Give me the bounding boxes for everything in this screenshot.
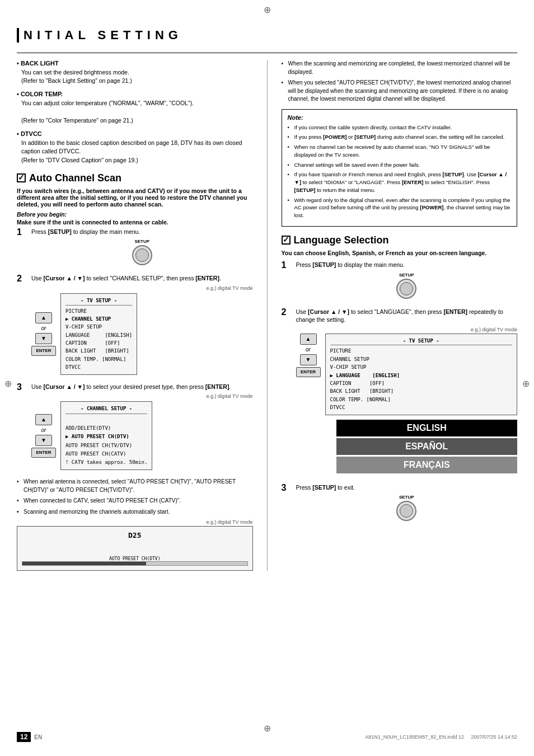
menu-item: DTVCC [65, 363, 132, 371]
menu-item: COLOR TEMP. [NORMAL] [330, 396, 513, 403]
dtvcc-section: DTVCC In addition to the basic closed ca… [17, 130, 253, 165]
divider-line [17, 53, 517, 53]
menu-item: DTVCC [330, 403, 513, 411]
bullet-3: Scanning and memorizing the channels aut… [17, 508, 253, 516]
menu-title-2: - TV SETUP - [65, 297, 132, 305]
channel-menu-title: - CHANNEL SETUP - [65, 405, 147, 414]
lang-step-2-eg-label: e.g.) digital TV mode [296, 327, 518, 332]
setup-label: SETUP [31, 239, 253, 244]
menu-item: COLOR TEMP. [NORMAL] [65, 355, 132, 363]
note-4: Channel settings will be saved even if t… [288, 161, 512, 169]
reg-mark-left: ⊕ [4, 378, 12, 389]
step-2-text: Use [Cursor ▲ / ▼] to select "CHANNEL SE… [31, 274, 253, 283]
dtv-spacer [22, 544, 248, 555]
menu-item: PICTURE [65, 307, 132, 315]
lang-step-2-content: Use [Cursor ▲ / ▼] to select "LANGUAGE",… [296, 308, 518, 478]
before-you-begin-text: Make sure if the unit is connected to an… [17, 219, 253, 226]
progress-bar [22, 561, 248, 566]
right-bullet-1: When the scanning and memorizing are com… [282, 60, 518, 76]
step-3-number: 3 [17, 383, 28, 392]
footer-left: 12 EN [17, 732, 42, 742]
lang-step-1-number: 1 [282, 261, 293, 270]
step-1: 1 Press [SETUP] to display the main menu… [17, 228, 253, 269]
step-3-eg-label: e.g.) digital TV mode [31, 393, 253, 399]
checkbox-icon [17, 173, 26, 182]
lang-step-1: 1 Press [SETUP] to display the main menu… [282, 261, 518, 302]
dtv-eg-label: e.g.) digital TV mode [17, 519, 253, 525]
lang-menu-and-buttons: - TV SETUP - PICTURE CHANNEL SETUP V-CHI… [325, 334, 518, 478]
remote-buttons-2: ▲ or ▼ ENTER [31, 312, 56, 356]
language-buttons: ENGLISH ESPAÑOL FRANÇAIS [336, 420, 518, 473]
lang-step-2: 2 Use [Cursor ▲ / ▼] to select "LANGUAGE… [282, 308, 518, 478]
menu-item: V-CHIP SETUP [65, 323, 132, 331]
back-light-section: BACK LIGHT You can set the desired brigh… [17, 60, 253, 85]
lang-step-1-setup: SETUP [296, 273, 518, 299]
back-light-text: You can set the desired brightness mode.… [21, 68, 253, 85]
english-button: ENGLISH [336, 420, 518, 436]
up-button-lang: ▲ [300, 334, 317, 345]
note-box: Note: If you connect the cable system di… [282, 109, 518, 227]
step-1-content: Press [SETUP] to display the main menu. … [31, 228, 253, 269]
setup-circle [132, 245, 152, 265]
lang-step-2-text: Use [Cursor ▲ / ▼] to select "LANGUAGE",… [296, 308, 518, 324]
dtv-screen: D25 AUTO PRESET CH(DTV) [17, 526, 253, 571]
lang-setup-inner [400, 282, 413, 295]
menu-item: CAPTION [OFF] [65, 339, 132, 347]
progress-fill [22, 562, 146, 565]
dtv-progress-label: AUTO PRESET CH(DTV) [22, 556, 248, 561]
lang-step-2-diagram: ▲ or ▼ ENTER - TV SETUP - PICTURE CHANNE… [296, 334, 518, 478]
lang-menu-selected: ▶ LANGUAGE [ENGLISH] [330, 372, 513, 379]
bullet-1: When aerial antenna is connected, select… [17, 478, 253, 494]
color-temp-heading: COLOR TEMP. [17, 91, 253, 97]
bullet-2: When connected to CATV, select "AUTO PRE… [17, 497, 253, 505]
scan-bullet-points: When aerial antenna is connected, select… [17, 478, 253, 516]
filename-text: A81N1_N0UH_LC195EM87_82_EN.indd 12 [365, 734, 464, 740]
menu-item: BACK LIGHT [BRIGHT] [330, 387, 513, 395]
lang-step-3: 3 Press [SETUP] to exit. SETUP [282, 483, 518, 525]
lang-step-3-text: Press [SETUP] to exit. [296, 483, 518, 492]
menu-item: ! CATV takes approx. 50min. [65, 458, 147, 467]
reg-mark-right: ⊕ [522, 378, 530, 389]
datetime-text: 2007/07/25 14:14:52 [471, 734, 517, 740]
step-1-setup-diagram: SETUP [31, 239, 253, 265]
menu-item: BACK LIGHT [BRIGHT] [65, 347, 132, 355]
step-2-eg-label: e.g.) digital TV mode [31, 285, 253, 291]
menu-screen-2: - TV SETUP - PICTURE ▶ CHANNEL SETUP V-C… [60, 293, 137, 375]
color-temp-text: You can adjust color temperature ("NORMA… [21, 99, 253, 125]
menu-item: PICTURE [330, 347, 513, 355]
step-3-diagram: ▲ or ▼ ENTER - CHANNEL SETUP - ADD/DELET… [31, 401, 253, 470]
language-selection-label: Language Selection [294, 234, 389, 246]
down-button-lang: ▼ [300, 354, 317, 365]
step-1-number: 1 [17, 228, 28, 237]
lang-step-3-number: 3 [282, 483, 293, 492]
lang-setup-label: SETUP [296, 273, 518, 278]
menu-item: V-CHIP SETUP [330, 363, 513, 371]
dtv-channel: D25 [22, 531, 248, 539]
enter-button-3: ENTER [31, 448, 56, 458]
note-title: Note: [288, 114, 512, 121]
step-1-text: Press [SETUP] to display the main menu. [31, 228, 253, 236]
note-1: If you connect the cable system directly… [288, 124, 512, 132]
francais-button: FRANÇAIS [336, 457, 518, 473]
right-column: When the scanning and memorizing are com… [282, 60, 518, 571]
espanol-button: ESPAÑOL [336, 438, 518, 455]
menu-item: ADD/DELETE(DTV) [65, 424, 147, 433]
auto-channel-scan-label: Auto Channel Scan [29, 172, 121, 184]
lang-step-3-content: Press [SETUP] to exit. SETUP [296, 483, 518, 525]
lang-menu-title: - TV SETUP - [330, 337, 513, 345]
reg-mark-bottom: ⊕ [264, 723, 271, 734]
menu-item: CHANNEL SETUP [330, 355, 513, 363]
lang-exit-setup-inner [400, 504, 413, 518]
column-divider [267, 60, 268, 571]
step-2: 2 Use [Cursor ▲ / ▼] to select "CHANNEL … [17, 274, 253, 377]
right-bullet-points: When the scanning and memorizing are com… [282, 60, 518, 104]
up-button-3: ▲ [35, 414, 52, 425]
page-container: ⊕ ⊕ ⊕ NITIAL SETTING BACK LIGHT You can … [0, 0, 534, 756]
note-5: If you have Spanish or French menus and … [288, 171, 512, 194]
enter-button-lang: ENTER [296, 367, 321, 377]
or-text-2: or [41, 325, 46, 331]
color-temp-section: COLOR TEMP. You can adjust color tempera… [17, 91, 253, 125]
lang-step-2-number: 2 [282, 308, 293, 317]
menu-item: CAPTION [OFF] [330, 379, 513, 387]
language-selection-title: Language Selection [282, 234, 518, 246]
